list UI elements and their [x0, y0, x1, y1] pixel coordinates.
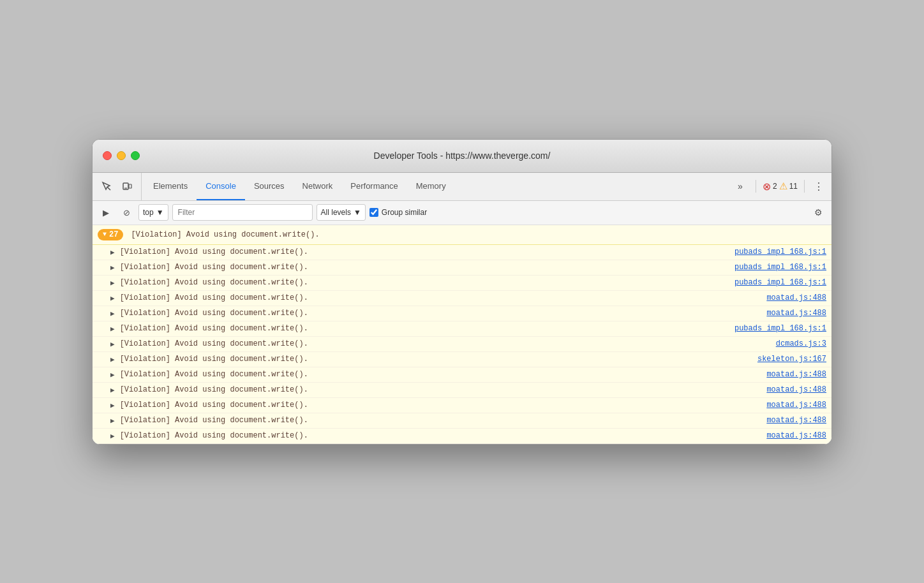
- devtools-window: Developer Tools - https://www.theverge.c…: [92, 139, 832, 445]
- title-bar: Developer Tools - https://www.theverge.c…: [93, 140, 831, 173]
- row-expand-icon[interactable]: ▶: [110, 340, 115, 348]
- close-button[interactable]: [103, 151, 112, 160]
- row-text: [Violation] Avoid using document.write()…: [120, 263, 734, 272]
- tab-sources[interactable]: Sources: [245, 173, 294, 200]
- console-row: ▶ [Violation] Avoid using document.write…: [93, 398, 831, 413]
- violation-group-header[interactable]: ▼ 27 [Violation] Avoid using document.wr…: [93, 225, 831, 245]
- tab-console[interactable]: Console: [197, 173, 245, 200]
- more-tabs-button[interactable]: »: [731, 177, 749, 195]
- minimize-button[interactable]: [117, 151, 126, 160]
- row-text: [Violation] Avoid using document.write()…: [120, 293, 767, 302]
- row-text: [Violation] Avoid using document.write()…: [120, 247, 734, 256]
- console-content: ▼ 27 [Violation] Avoid using document.wr…: [93, 225, 831, 444]
- svg-rect-2: [129, 184, 131, 188]
- row-expand-icon[interactable]: ▶: [110, 248, 115, 256]
- row-source-link[interactable]: moatad.js:488: [766, 309, 826, 318]
- row-expand-icon[interactable]: ▶: [110, 325, 115, 333]
- log-levels-selector[interactable]: All levels ▼: [317, 204, 366, 221]
- row-expand-icon[interactable]: ▶: [110, 401, 115, 410]
- console-row: ▶ [Violation] Avoid using document.write…: [93, 352, 831, 367]
- row-source-link[interactable]: pubads_impl_168.js:1: [734, 247, 826, 256]
- collapse-arrow-icon: ▼: [103, 231, 107, 238]
- row-text: [Violation] Avoid using document.write()…: [120, 416, 767, 425]
- traffic-lights: [103, 151, 140, 160]
- violation-group-text: [Violation] Avoid using document.write()…: [131, 230, 319, 239]
- row-source-link[interactable]: moatad.js:488: [766, 385, 826, 394]
- row-source-link[interactable]: pubads_impl_168.js:1: [734, 263, 826, 272]
- chevron-down-icon: ▼: [156, 208, 164, 217]
- row-expand-icon[interactable]: ▶: [110, 294, 115, 302]
- console-rows-container: ▶ [Violation] Avoid using document.write…: [93, 245, 831, 444]
- tab-elements[interactable]: Elements: [144, 173, 197, 200]
- tab-memory[interactable]: Memory: [407, 173, 455, 200]
- divider: [756, 180, 756, 193]
- row-text: [Violation] Avoid using document.write()…: [120, 355, 757, 364]
- row-text: [Violation] Avoid using document.write()…: [120, 401, 767, 410]
- row-text: [Violation] Avoid using document.write()…: [120, 431, 767, 440]
- row-source-link[interactable]: skeleton.js:167: [757, 355, 826, 364]
- row-expand-icon[interactable]: ▶: [110, 279, 115, 287]
- svg-line-0: [107, 187, 110, 190]
- row-source-link[interactable]: dcmads.js:3: [776, 339, 826, 348]
- tab-network[interactable]: Network: [294, 173, 342, 200]
- tab-performance[interactable]: Performance: [341, 173, 406, 200]
- row-source-link[interactable]: moatad.js:488: [766, 401, 826, 410]
- row-source-link[interactable]: moatad.js:488: [766, 416, 826, 425]
- row-expand-icon[interactable]: ▶: [110, 386, 115, 394]
- row-text: [Violation] Avoid using document.write()…: [120, 278, 734, 287]
- console-row: ▶ [Violation] Avoid using document.write…: [93, 245, 831, 260]
- row-source-link[interactable]: pubads_impl_168.js:1: [734, 324, 826, 333]
- row-expand-icon[interactable]: ▶: [110, 371, 115, 379]
- context-selector[interactable]: top ▼: [138, 204, 168, 221]
- window-title: Developer Tools - https://www.theverge.c…: [103, 151, 821, 161]
- row-expand-icon[interactable]: ▶: [110, 432, 115, 440]
- clear-console-button[interactable]: ▶: [98, 204, 114, 221]
- console-settings-button[interactable]: ⚙: [810, 204, 826, 221]
- row-text: [Violation] Avoid using document.write()…: [120, 370, 767, 379]
- row-source-link[interactable]: moatad.js:488: [766, 431, 826, 440]
- row-text: [Violation] Avoid using document.write()…: [120, 339, 776, 348]
- console-row: ▶ [Violation] Avoid using document.write…: [93, 260, 831, 276]
- row-text: [Violation] Avoid using document.write()…: [120, 309, 767, 318]
- warn-icon: ⚠: [779, 181, 787, 192]
- console-row: ▶ [Violation] Avoid using document.write…: [93, 383, 831, 398]
- error-badge: ⊗ 2 ⚠ 11: [763, 181, 798, 193]
- row-expand-icon[interactable]: ▶: [110, 417, 115, 425]
- console-row: ▶ [Violation] Avoid using document.write…: [93, 429, 831, 444]
- group-similar-label[interactable]: Group similar: [369, 208, 427, 217]
- devtools-menu-button[interactable]: ⋮: [811, 179, 826, 194]
- row-expand-icon[interactable]: ▶: [110, 355, 115, 364]
- row-source-link[interactable]: moatad.js:488: [766, 293, 826, 302]
- error-icon: ⊗: [763, 181, 771, 193]
- divider2: [804, 180, 805, 193]
- filter-input[interactable]: [172, 204, 313, 221]
- row-source-link[interactable]: pubads_impl_168.js:1: [734, 278, 826, 287]
- row-source-link[interactable]: moatad.js:488: [766, 370, 826, 379]
- row-expand-icon[interactable]: ▶: [110, 263, 115, 272]
- console-row: ▶ [Violation] Avoid using document.write…: [93, 367, 831, 383]
- inspect-element-button[interactable]: [98, 177, 116, 195]
- tab-tools-left: [98, 173, 142, 200]
- console-row: ▶ [Violation] Avoid using document.write…: [93, 321, 831, 337]
- tabs-right: » ⊗ 2 ⚠ 11 ⋮: [726, 173, 826, 200]
- maximize-button[interactable]: [131, 151, 140, 160]
- tabs-list: Elements Console Sources Network Perform…: [144, 173, 726, 200]
- group-similar-checkbox[interactable]: [369, 208, 378, 217]
- console-row: ▶ [Violation] Avoid using document.write…: [93, 291, 831, 306]
- console-row: ▶ [Violation] Avoid using document.write…: [93, 413, 831, 429]
- violation-count-badge: ▼ 27: [98, 229, 123, 240]
- device-mode-button[interactable]: [118, 177, 136, 195]
- console-row: ▶ [Violation] Avoid using document.write…: [93, 276, 831, 291]
- console-row: ▶ [Violation] Avoid using document.write…: [93, 306, 831, 321]
- levels-chevron-icon: ▼: [354, 208, 361, 217]
- row-text: [Violation] Avoid using document.write()…: [120, 324, 734, 333]
- row-expand-icon[interactable]: ▶: [110, 309, 115, 318]
- warn-count: 11: [789, 182, 798, 191]
- tabs-bar: Elements Console Sources Network Perform…: [93, 173, 831, 201]
- console-toolbar: ▶ ⊘ top ▼ All levels ▼ Group similar ⚙: [93, 201, 831, 225]
- block-icon[interactable]: ⊘: [118, 204, 135, 221]
- console-row: ▶ [Violation] Avoid using document.write…: [93, 337, 831, 352]
- error-count: 2: [773, 182, 777, 191]
- row-text: [Violation] Avoid using document.write()…: [120, 385, 767, 394]
